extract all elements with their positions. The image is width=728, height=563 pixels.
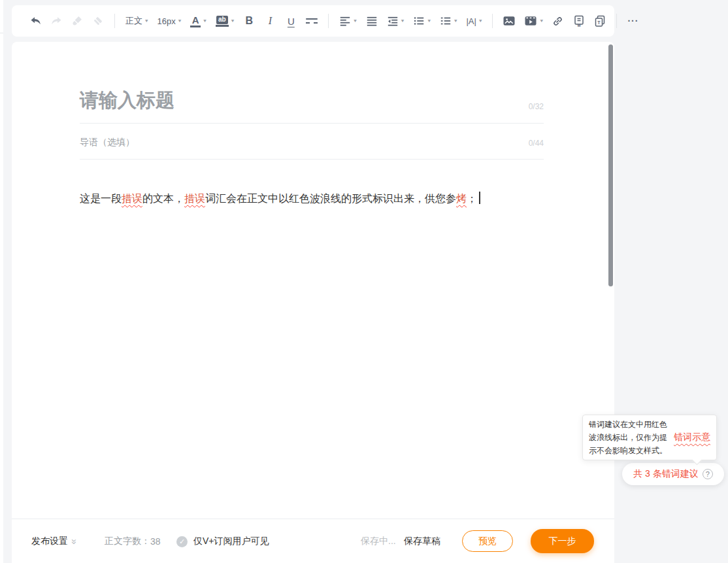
article-editor-page: 正文 ▾ 16px ▾ A ▾ ab ▾ B I U ▾ — [0, 0, 728, 563]
publish-settings-button[interactable]: 发布设置 » — [31, 519, 77, 563]
format-painter-icon[interactable] — [69, 10, 86, 31]
chevron-down-icon: ▾ — [427, 18, 431, 24]
toolbar-separator — [114, 14, 115, 28]
italic-button[interactable]: I — [261, 10, 278, 31]
svg-text:T: T — [597, 20, 601, 25]
divider — [80, 123, 544, 124]
font-size-dropdown[interactable]: 16px ▾ — [155, 10, 184, 31]
toolbar-separator — [328, 14, 329, 28]
horizontal-rule-icon[interactable] — [303, 10, 320, 31]
bold-button[interactable]: B — [240, 10, 257, 31]
misspell-badge-label: 共 3 条错词建议 — [633, 468, 699, 480]
word-count: 正文字数： 38 — [105, 519, 161, 563]
paste-text-icon[interactable]: T — [591, 10, 608, 31]
font-size-label: 16px — [157, 16, 176, 26]
align-dropdown[interactable]: ▾ — [337, 10, 359, 31]
misspelled-word[interactable]: 措误 — [122, 193, 142, 204]
chevron-down-icon: ▾ — [145, 18, 148, 24]
misspelled-word[interactable]: 烤 — [456, 193, 467, 204]
intro-char-counter: 0/44 — [529, 139, 544, 148]
toolbar-separator — [616, 14, 617, 28]
chevron-down-icon: ▾ — [354, 18, 357, 24]
chevron-down-icon: ▾ — [203, 18, 207, 24]
chevron-down-icon: ▾ — [479, 18, 482, 24]
left-panel-edge — [0, 0, 3, 563]
next-step-button[interactable]: 下一步 — [531, 529, 594, 553]
font-color-icon: A — [190, 15, 201, 27]
body-text-segment: 的文本， — [142, 193, 184, 204]
undo-icon[interactable] — [27, 10, 44, 31]
word-count-value: 38 — [150, 536, 161, 547]
paragraph-style-label: 正文 — [125, 15, 142, 27]
divider — [80, 159, 544, 160]
intro-input[interactable]: 导语（选填） 0/44 — [80, 134, 544, 150]
import-word-icon[interactable]: w — [571, 10, 587, 31]
redo-icon[interactable] — [48, 10, 65, 31]
text-cursor — [479, 192, 480, 204]
misspell-tooltip: 错词建议在文中用红色波浪线标出，仅作为提示不会影响发文样式。 错词示意 — [582, 415, 717, 460]
double-chevron-down-icon: » — [69, 539, 80, 544]
title-char-counter: 0/32 — [529, 102, 544, 111]
highlight-color-dropdown[interactable]: ab ▾ — [213, 10, 237, 31]
help-icon[interactable]: ? — [703, 469, 713, 479]
letter-spacing-dropdown[interactable]: |A| ▾ — [463, 10, 484, 31]
chevron-down-icon: ▾ — [178, 18, 182, 24]
body-text-segment: 这是一段 — [80, 193, 122, 204]
body-text-segment: 词汇会在正文中以红色波浪线的形式标识出来，供您参 — [205, 193, 456, 204]
title-input[interactable]: 请输入标题 0/32 — [80, 85, 544, 115]
preview-button[interactable]: 预览 — [462, 530, 513, 552]
chevron-down-icon: ▾ — [454, 18, 457, 24]
underline-button[interactable]: U — [282, 10, 299, 31]
insert-image-icon[interactable] — [501, 10, 518, 31]
letter-spacing-icon: |A| — [466, 16, 476, 26]
word-count-label: 正文字数： — [105, 536, 150, 547]
font-color-dropdown[interactable]: A ▾ — [188, 10, 209, 31]
misspell-suggestion-badge[interactable]: 共 3 条错词建议 ? — [622, 463, 724, 485]
misspell-example-link[interactable]: 错词示意 — [674, 432, 710, 443]
ellipsis-icon: ··· — [627, 16, 638, 26]
editor-toolbar: 正文 ▾ 16px ▾ A ▾ ab ▾ B I U ▾ — [12, 5, 614, 37]
more-options-button[interactable]: ··· — [625, 10, 642, 31]
toolbar-separator — [492, 14, 493, 28]
check-icon: ✓ — [176, 536, 188, 547]
editor-footer: 发布设置 » 正文字数： 38 ✓ 仅V+订阅用户可见 保存中... 保存草稿 … — [12, 519, 614, 563]
insert-video-dropdown[interactable]: ▾ — [521, 10, 546, 31]
line-height-icon[interactable] — [363, 10, 380, 31]
chevron-down-icon: ▾ — [401, 18, 405, 24]
chevron-down-icon: ▾ — [540, 18, 543, 24]
editor-canvas: 请输入标题 0/32 导语（选填） 0/44 这是一段措误的文本，措误词汇会在正… — [12, 42, 614, 563]
save-draft-button[interactable]: 保存草稿 — [404, 519, 440, 563]
misspell-tooltip-text: 错词建议在文中用红色波浪线标出，仅作为提示不会影响发文样式。 — [589, 418, 670, 457]
intro-placeholder: 导语（选填） — [80, 134, 544, 150]
save-status-text: 保存中... — [361, 519, 396, 563]
ordered-list-dropdown[interactable]: ▾ — [437, 10, 460, 31]
chevron-down-icon: ▾ — [231, 18, 235, 24]
misspelled-word[interactable]: 措误 — [184, 193, 205, 204]
indent-dropdown[interactable]: ▾ — [384, 10, 407, 31]
insert-link-icon[interactable] — [550, 10, 567, 31]
svg-text:w: w — [576, 23, 581, 27]
clear-format-icon[interactable] — [90, 10, 107, 31]
title-placeholder: 请输入标题 — [80, 85, 544, 115]
body-editor[interactable]: 这是一段措误的文本，措误词汇会在正文中以红色波浪线的形式标识出来，供您参烤； — [80, 190, 544, 208]
visibility-status: ✓ — [176, 519, 188, 563]
bullet-list-dropdown[interactable]: ▾ — [410, 10, 433, 31]
visibility-label: 仅V+订阅用户可见 — [193, 519, 269, 563]
body-text-segment: ； — [467, 193, 477, 204]
publish-settings-label: 发布设置 — [31, 536, 68, 547]
scrollbar-thumb[interactable] — [608, 44, 613, 286]
paragraph-style-dropdown[interactable]: 正文 ▾ — [123, 10, 151, 31]
highlight-color-icon: ab — [216, 16, 229, 27]
